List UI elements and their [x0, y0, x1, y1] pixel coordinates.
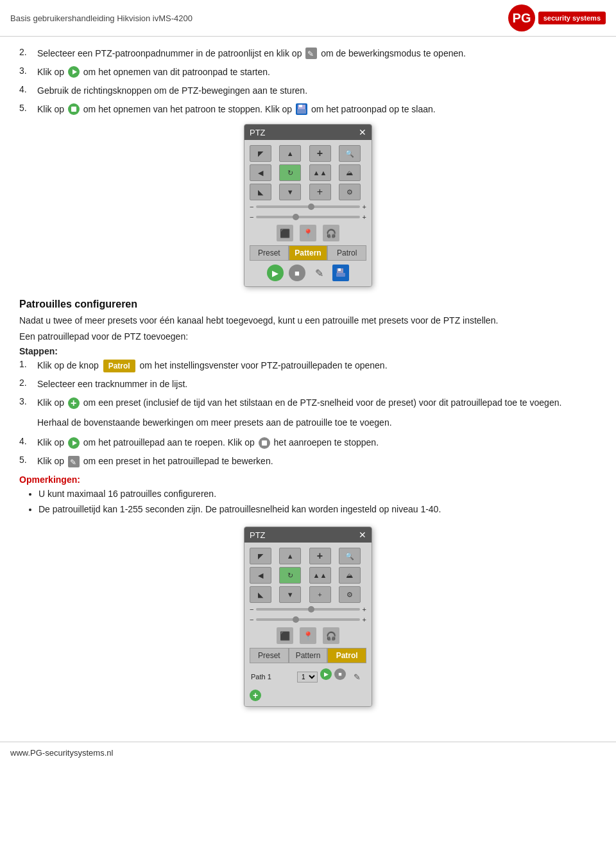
step-3-num: 3.	[19, 65, 37, 76]
step-2-text: Selecteer een PTZ-patroonpadnummer in de…	[37, 47, 597, 60]
ptz2-btn-mount[interactable]: ⛰	[339, 567, 361, 584]
patrol-badge: Patrol	[103, 360, 135, 372]
ptz-tab-patrol[interactable]: Patrol	[327, 245, 366, 261]
section-heading: Patrouilles configureren	[19, 299, 597, 310]
ptz-dialog-bottom: PTZ ✕ ◤ ▲ + 🔍 ◀ ↻ ▲▲ ⛰ ◣	[244, 526, 372, 707]
ptz2-path-stop[interactable]: ■	[334, 668, 346, 680]
patrol-step-4-num: 4.	[19, 436, 37, 446]
ptz-action-save[interactable]	[332, 265, 349, 281]
ptz-action-play[interactable]: ▶	[267, 265, 284, 281]
ptz-btn-upleft[interactable]: ◤	[250, 145, 271, 162]
ptz2-slider-1[interactable]	[256, 608, 359, 611]
ptz2-slider-thumb-1	[308, 606, 314, 613]
svg-text:PG: PG	[512, 11, 531, 25]
step-3: 3. Klik op om het opnemen van dit patroo…	[19, 65, 597, 79]
ptz2-btn-gear[interactable]: ⚙	[339, 586, 361, 603]
opmerkingen-list: U kunt maximaal 16 patrouilles configure…	[38, 487, 597, 516]
svg-rect-14	[338, 268, 341, 271]
ptz-btn-up[interactable]: ▲	[279, 145, 301, 162]
ptz-slider-minus-1: −	[250, 203, 253, 211]
ptz-dialog2-titlebar: PTZ ✕	[244, 527, 372, 543]
ptz2-path-edit[interactable]: ✎	[348, 668, 365, 685]
ptz-slider-plus-2: +	[363, 213, 366, 221]
ptz-dialog2-title-text: PTZ	[250, 530, 266, 540]
gray-stop-icon	[259, 437, 270, 449]
ptz2-path-select[interactable]: 1	[297, 672, 318, 683]
ptz-close-icon[interactable]: ✕	[359, 127, 366, 137]
stappen-label: Stappen:	[19, 346, 597, 356]
ptz2-btn-up[interactable]: ▲	[279, 548, 301, 564]
patrol-step-3: 3. Klik op + om een preset (inclusief de…	[19, 396, 597, 410]
green-plus-icon: +	[68, 397, 80, 409]
ptz-icon-pin[interactable]: 📍	[300, 225, 316, 241]
ptz-icon-record[interactable]: ⬛	[277, 225, 293, 241]
ptz2-slider-thumb-2	[293, 616, 299, 623]
blue-save-icon	[296, 103, 307, 115]
patrol-step-2-text: Selecteer een tracknummer in de lijst.	[37, 378, 597, 391]
section-sub: Een patrouillepad voor de PTZ toevoegen:	[19, 330, 597, 344]
step-3-text: Klik op om het opnemen van dit patroonpa…	[37, 65, 597, 79]
patrol-step-5: 5. Klik op ✎ om een preset in het patrou…	[19, 455, 597, 468]
ptz2-tab-patrol[interactable]: Patrol	[327, 648, 366, 663]
opmerking-item-1: U kunt maximaal 16 patrouilles configure…	[38, 487, 597, 501]
ptz2-icon-pin[interactable]: 📍	[300, 627, 316, 644]
ptz-btn-focus-plus[interactable]: ▲▲	[309, 164, 331, 181]
ptz2-slider-2[interactable]	[256, 618, 359, 621]
ptz2-add-btn[interactable]: +	[250, 690, 261, 701]
ptz-btn-left[interactable]: ◀	[250, 164, 271, 181]
ptz2-btn-downleft[interactable]: ◣	[250, 586, 271, 603]
ptz-btn-rotate[interactable]: ↻	[279, 164, 301, 181]
patrol-step-3-num: 3.	[19, 396, 37, 406]
ptz2-btn-plus[interactable]: +	[309, 548, 331, 564]
ptz-tab-preset[interactable]: Preset	[250, 245, 289, 261]
ptz2-tab-preset[interactable]: Preset	[250, 648, 289, 663]
ptz2-path-actions: ▶ ■ ✎	[320, 668, 365, 685]
ptz2-icon-record[interactable]: ⬛	[277, 627, 293, 644]
ptz-btn-settings[interactable]: ⚙	[339, 184, 361, 200]
ptz-slider-minus-2: −	[250, 213, 253, 221]
ptz2-slider-row-1: − +	[250, 605, 366, 613]
ptz-btn-down[interactable]: ▼	[279, 184, 301, 200]
svg-rect-10	[299, 105, 302, 107]
ptz-icon-headset[interactable]: 🎧	[323, 225, 339, 241]
ptz-dialog2-close-icon[interactable]: ✕	[359, 530, 366, 540]
ptz2-btn-focus[interactable]: ▲▲	[309, 567, 331, 584]
ptz2-btn-left[interactable]: ◀	[250, 567, 271, 584]
patrol-step-3-text: Klik op + om een preset (inclusief de ti…	[37, 396, 597, 410]
pg-logo-icon: PG	[508, 4, 536, 32]
ptz-btn-mount[interactable]: ⛰	[339, 164, 361, 181]
ptz-btn-plus[interactable]: +	[309, 145, 331, 162]
ptz-slider-2[interactable]	[256, 216, 359, 218]
ptz2-btn-down[interactable]: ▼	[279, 586, 301, 603]
ptz-action-stop[interactable]: ■	[289, 265, 305, 281]
ptz2-slider-minus-1: −	[250, 605, 253, 613]
page-header: Basis gebruikershandleiding Hikvision iv…	[0, 0, 616, 37]
ptz2-btn-minus[interactable]: +	[309, 586, 331, 603]
ptz-action-edit[interactable]: ✎	[311, 265, 327, 281]
ptz2-tabs: Preset Pattern Patrol	[250, 648, 366, 663]
ptz-btn-minus[interactable]: +	[309, 184, 331, 200]
patrol-step-1-num: 1.	[19, 359, 37, 369]
ptz-btn-downleft[interactable]: ◣	[250, 184, 271, 200]
herhaal-text: Herhaal de bovenstaande bewerkingen om m…	[37, 416, 597, 430]
ptz2-bottom-icons: ⬛ 📍 🎧	[250, 627, 366, 644]
ptz2-slider-minus-2: −	[250, 616, 253, 623]
patrol-step-5-num: 5.	[19, 455, 37, 465]
ptz2-btn-upleft[interactable]: ◤	[250, 548, 271, 564]
pencil-icon: ✎	[305, 48, 317, 59]
ptz2-path-play[interactable]: ▶	[320, 668, 332, 680]
patrol-step-4: 4. Klik op om het patrouillepad aan te r…	[19, 436, 597, 449]
ptz2-slider-plus-2: +	[363, 616, 366, 623]
ptz-tabs: Preset Pattern Patrol	[250, 245, 366, 261]
ptz2-icon-headset[interactable]: 🎧	[323, 627, 339, 644]
patrol-step-4-text: Klik op om het patrouillepad aan te roep…	[37, 436, 597, 449]
ptz2-btn-rotate[interactable]: ↻	[279, 567, 301, 584]
step-4-num: 4.	[19, 84, 37, 94]
ptz-btn-zoom-in[interactable]: 🔍	[339, 145, 361, 162]
play-icon-4	[68, 437, 80, 449]
ptz2-slider-plus-1: +	[363, 605, 366, 613]
ptz2-btn-zoom[interactable]: 🔍	[339, 548, 361, 564]
ptz-tab-pattern[interactable]: Pattern	[289, 245, 328, 261]
ptz2-tab-pattern[interactable]: Pattern	[289, 648, 328, 663]
ptz-slider-1[interactable]	[256, 205, 359, 208]
